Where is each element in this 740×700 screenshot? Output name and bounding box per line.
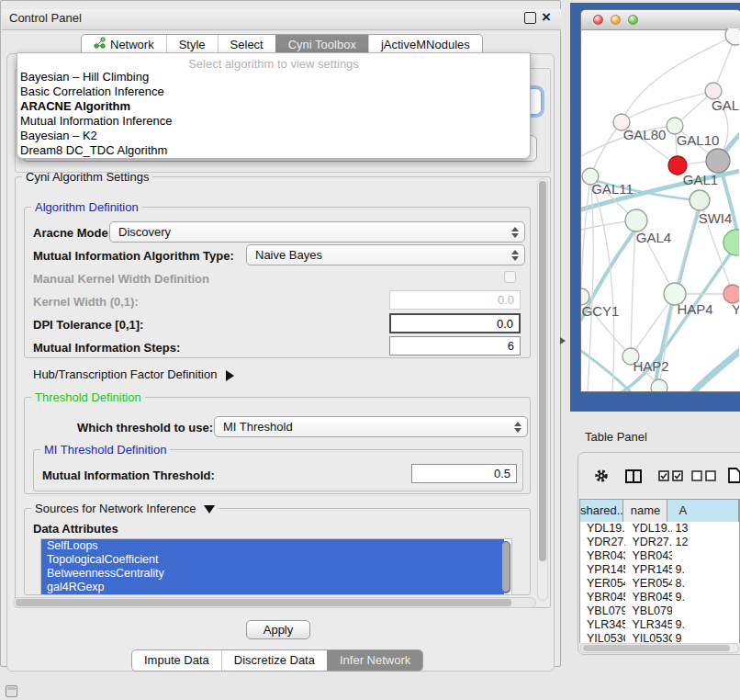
window-minimize-button[interactable] [611, 15, 621, 25]
kernel-width-label: Kernel Width (0,1): [33, 295, 139, 309]
gear-icon[interactable] [594, 469, 609, 486]
table-row[interactable]: YER054CYER054C8. [580, 577, 739, 591]
attribute-item-gal4rgexp[interactable]: gal4RGexp [41, 581, 504, 594]
tab-infer-network[interactable]: Infer Network [327, 650, 422, 671]
node-table: shared...nameA YDL19...YDL19...13YDR27..… [579, 499, 740, 643]
float-window-icon[interactable] [524, 12, 536, 24]
manual-kernel-checkbox[interactable] [504, 271, 516, 283]
expand-arrow-icon[interactable] [226, 370, 234, 381]
table-panel-title: Table Panel [585, 430, 647, 444]
network-node[interactable] [725, 28, 739, 45]
column-header-a[interactable]: A [667, 500, 739, 522]
table-cell: YPR145W [580, 563, 625, 577]
table-row[interactable]: YBL079WYBL079W [580, 604, 739, 618]
window-close-button[interactable] [593, 15, 603, 25]
table-horizontal-scrollbar[interactable] [580, 643, 739, 653]
attribute-item-betweennesscentrality[interactable]: BetweennessCentrality [41, 567, 504, 581]
network-window-titlebar[interactable] [581, 10, 740, 30]
table-cell: YDR27... [625, 536, 671, 549]
column-header-name[interactable]: name [623, 500, 667, 522]
window-zoom-button[interactable] [628, 15, 638, 25]
attribute-item-selfloops[interactable]: SelfLoops [41, 539, 504, 553]
table-row[interactable]: YIL053CYIL053C9 [580, 632, 739, 643]
threshold-definition-legend: Threshold Definition [31, 391, 145, 403]
control-panel-titlebar [2, 9, 561, 30]
columns-icon[interactable] [625, 469, 642, 486]
network-node-gal4[interactable] [625, 209, 647, 231]
table-cell: YBL079W [625, 604, 671, 618]
table-horizontal-scrollbar-thumb[interactable] [583, 645, 730, 651]
table-row[interactable]: YPR145WYPR145W9. [580, 563, 739, 577]
algorithm-option-mutual-information-inference[interactable]: Mutual Information Inference [17, 114, 530, 129]
network-graph: GALGAL80GAL10GAL1GAL11SWI4GAL4GCY1HAP4YH… [581, 28, 739, 391]
mi-threshold-field[interactable]: 0.5 [411, 464, 517, 483]
network-node[interactable] [651, 379, 667, 391]
network-edge [622, 91, 713, 122]
mi-algorithm-type-combobox[interactable]: Naive Bayes [246, 244, 525, 265]
combo-arrows-icon [508, 250, 522, 261]
kernel-width-field[interactable]: 0.0 [389, 290, 521, 310]
table-cell: YIL053C [580, 632, 625, 643]
attribute-item-topologicalcoefficient[interactable]: TopologicalCoefficient [41, 553, 504, 567]
table-row[interactable]: YLR345WYLR345W9. [580, 618, 739, 632]
network-edge [675, 200, 700, 294]
aracne-mode-combobox[interactable]: Discovery [109, 221, 525, 243]
settings-vertical-scrollbar[interactable] [537, 178, 548, 601]
tab-label: Infer Network [340, 650, 410, 671]
docked-panel-icon[interactable] [6, 685, 17, 697]
deselect-all-checkboxes-icon[interactable] [691, 470, 717, 484]
table-cell: YBR043C [625, 549, 671, 563]
table-row[interactable]: YDR27...YDR27...12 [580, 536, 739, 549]
dpi-tolerance-field[interactable]: 0.0 [389, 313, 521, 333]
select-all-checkboxes-icon[interactable] [658, 470, 684, 484]
mi-steps-field[interactable]: 6 [389, 336, 521, 356]
network-edge [677, 204, 701, 292]
hub-definition-expander[interactable]: Hub/Transcription Factor Definition [33, 367, 234, 381]
algorithm-option-dream8-dc-tdc-algorithm[interactable]: Dream8 DC_TDC Algorithm [17, 143, 530, 158]
table-cell: YLR345W [580, 618, 625, 632]
algorithm-dropdown-prompt: Select algorithm to view settings [17, 53, 530, 70]
settings-horizontal-scrollbar-thumb[interactable] [16, 599, 511, 606]
network-node[interactable] [706, 149, 730, 173]
algorithm-definition-legend: Algorithm Definition [31, 201, 142, 213]
table-cell: YDL19... [625, 522, 671, 536]
data-attributes-label: Data Attributes [33, 522, 118, 536]
apply-button[interactable]: Apply [246, 620, 310, 639]
network-node-y[interactable] [723, 285, 739, 303]
table-cell: YPR145W [625, 563, 671, 577]
network-node-label: HAP4 [677, 301, 712, 317]
table-cell: 9 [672, 632, 739, 643]
algorithm-dropdown-popup: Select algorithm to view settings Bayesi… [17, 52, 531, 159]
tab-discretize-data[interactable]: Discretize Data [221, 650, 327, 671]
tab-label: Discretize Data [234, 650, 315, 671]
document-icon[interactable] [728, 468, 740, 486]
settings-vertical-scrollbar-thumb[interactable] [539, 181, 546, 561]
list-vertical-scrollbar-thumb[interactable] [502, 542, 510, 592]
mi-threshold-label: Mutual Information Threshold: [42, 469, 215, 482]
algorithm-option-bayesian-k2[interactable]: Bayesian – K2 [17, 129, 530, 143]
splitpane-arrow-icon[interactable] [560, 337, 566, 344]
close-icon[interactable]: × [542, 7, 551, 28]
table-row[interactable]: YDL19...YDL19...13 [580, 522, 739, 536]
table-cell: YLR345W [625, 618, 671, 632]
algorithm-option-bayesian-hill-climbing[interactable]: Bayesian – Hill Climbing [17, 70, 530, 85]
tab-impute-data[interactable]: Impute Data [132, 650, 221, 671]
settings-horizontal-scrollbar[interactable] [13, 597, 536, 608]
bottom-tabbar: Impute DataDiscretize DataInfer Network [131, 649, 423, 672]
sources-legend-label: Sources for Network Inference [35, 502, 196, 515]
which-threshold-combobox[interactable]: MI Threshold [214, 416, 528, 437]
data-attributes-list[interactable]: SelfLoopsTopologicalCoefficientBetweenne… [40, 538, 512, 595]
table-row[interactable]: YBR043CYBR043C [580, 549, 739, 563]
network-node-swi4[interactable] [690, 190, 710, 210]
table-cell: 8. [672, 577, 739, 591]
algorithm-option-basic-correlation-inference[interactable]: Basic Correlation Inference [17, 85, 530, 99]
network-edge [654, 299, 673, 391]
manual-kernel-label: Manual Kernel Width Definition [33, 272, 209, 286]
table-cell [672, 604, 739, 618]
algorithm-option-aracne-algorithm[interactable]: ARACNE Algorithm [17, 99, 530, 114]
network-node[interactable] [723, 230, 739, 255]
collapse-arrow-icon[interactable] [204, 505, 215, 514]
column-header-shared[interactable]: shared... [580, 500, 623, 522]
list-vertical-scrollbar[interactable] [501, 541, 510, 593]
table-row[interactable]: YBR045CYBR045C9. [580, 591, 739, 604]
